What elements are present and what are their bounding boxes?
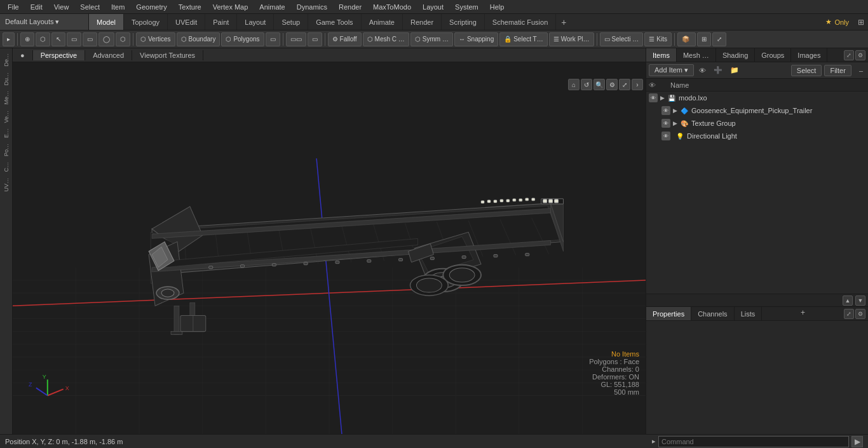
list-item-texture-group[interactable]: 👁 ▶ 🎨 Texture Group [659, 117, 868, 130]
visibility-toggle-modo[interactable]: 👁 [649, 93, 658, 102]
items-tab-mesh[interactable]: Mesh … [677, 48, 716, 62]
items-panel-settings-btn[interactable]: ⚙ [855, 50, 865, 60]
tool-rect2[interactable]: ▭ [83, 32, 97, 46]
menu-animate[interactable]: Animate [254, 2, 290, 12]
list-item-modo-lxo[interactable]: 👁 ▶ 💾 modo.lxo [646, 92, 868, 104]
visibility-toggle-light[interactable]: 👁 [661, 132, 670, 140]
vp-tab-dot[interactable]: ● [13, 50, 33, 60]
items-tab-items[interactable]: Items [646, 48, 677, 62]
menu-help[interactable]: Help [485, 2, 510, 12]
sidebar-item-po[interactable]: Po… [2, 141, 11, 159]
tool-cursor[interactable]: ↖ [51, 32, 65, 46]
list-item-directional[interactable]: 👁 💡 Directional Light [659, 130, 868, 142]
sidebar-item-uv[interactable]: UV… [2, 175, 11, 194]
sidebar-item-ve[interactable]: Ve… [2, 108, 11, 126]
list-item-gooseneck[interactable]: 👁 ▶ 🔷 Gooseneck_Equipment_Pickup_Trailer [659, 104, 868, 117]
items-scroll-down[interactable]: ▼ [855, 295, 865, 306]
layout-dropdown[interactable]: Default Layouts ▾ [0, 14, 89, 30]
sidebar-item-me[interactable]: Me… [2, 88, 11, 107]
viewport-canvas[interactable]: X Y Z ⌂ ↺ 🔍 ⚙ ⤢ › No Items Polygons : Fa [13, 62, 646, 434]
tool-rect1[interactable]: ▭ [67, 32, 81, 46]
items-add-icon[interactable]: ➕ [711, 65, 725, 76]
viewport-chevron-button[interactable]: › [632, 79, 643, 90]
props-tab-channels[interactable]: Channels [691, 307, 734, 320]
viewport-zoom-button[interactable]: 🔍 [593, 79, 605, 90]
menu-edit[interactable]: Edit [25, 2, 48, 12]
expand-arrow-gooseneck[interactable]: ▶ [673, 107, 677, 114]
add-layout-button[interactable]: + [556, 16, 571, 29]
command-arrow-button[interactable]: ▸ [652, 437, 656, 445]
sidebar-item-e[interactable]: E… [2, 126, 11, 140]
menu-layout[interactable]: Layout [417, 2, 449, 12]
tool-vertices[interactable]: ⬡ Vertices [136, 32, 175, 46]
menu-render[interactable]: Render [334, 2, 367, 12]
tool-hex2[interactable]: ⬡ [116, 32, 130, 46]
tool-circle[interactable]: ◯ [98, 32, 114, 46]
items-panel-expand-btn[interactable]: ⤢ [844, 50, 854, 60]
viewport-home-button[interactable]: ⌂ [568, 79, 580, 90]
tool-selecti[interactable]: ☰ Kits [644, 32, 672, 46]
viewport-settings-button[interactable]: ⚙ [606, 79, 618, 90]
command-submit-button[interactable]: ▶ [851, 436, 863, 447]
items-scroll-up[interactable]: ▲ [843, 295, 853, 306]
tool-symm[interactable]: ↔ Snapping [454, 32, 498, 46]
items-folder-icon[interactable]: 📁 [728, 65, 742, 76]
add-properties-tab-button[interactable]: + [796, 307, 810, 320]
expand-arrow-texture[interactable]: ▶ [673, 120, 677, 126]
menu-item[interactable]: Item [106, 2, 130, 12]
tab-model[interactable]: Model [89, 14, 124, 30]
tool-action[interactable]: ⚙ Falloff [328, 32, 362, 46]
vp-tab-viewport-textures[interactable]: Viewport Textures [132, 50, 203, 60]
expand-arrow-modo[interactable]: ▶ [660, 95, 665, 101]
tool-rect-pair[interactable]: ▭▭ [286, 32, 306, 46]
menu-dynamics[interactable]: Dynamics [292, 2, 332, 12]
viewport-rotate-button[interactable]: ↺ [581, 79, 592, 90]
sidebar-item-c[interactable]: C… [2, 160, 11, 175]
tab-topology[interactable]: Topology [124, 14, 168, 30]
items-filter-button[interactable]: Filter [824, 65, 851, 76]
tab-layout[interactable]: Layout [237, 14, 274, 30]
add-item-button[interactable]: Add Item ▾ [649, 64, 694, 76]
tool-polygons[interactable]: ⬡ Polygons [221, 32, 264, 46]
sidebar-item-du[interactable]: Du… [2, 70, 11, 88]
fullscreen-button[interactable]: ⊞ [854, 17, 868, 28]
star-only-filter[interactable]: ★ Only [820, 18, 854, 26]
items-tab-shading[interactable]: Shading [716, 48, 755, 62]
tab-animate[interactable]: Animate [362, 14, 403, 30]
tool-boundary[interactable]: ⬡ Boundary [177, 32, 220, 46]
menu-select[interactable]: Select [75, 2, 105, 12]
tool-work-plane[interactable]: ▭ Selecti … [600, 32, 644, 46]
items-tab-groups[interactable]: Groups [755, 48, 791, 62]
tool-t5[interactable]: ▭ [266, 32, 280, 46]
tool-t7[interactable]: ▭ [308, 32, 322, 46]
items-vis-icon[interactable]: 👁 [696, 65, 709, 76]
tool-expand[interactable]: ⤢ [712, 32, 726, 46]
tool-hex[interactable]: ⬡ [36, 32, 50, 46]
items-select-button[interactable]: Select [791, 65, 822, 76]
props-tab-properties[interactable]: Properties [646, 307, 691, 320]
tool-globe[interactable]: ⊕ [20, 32, 34, 46]
tool-grid[interactable]: ⊞ [697, 32, 711, 46]
command-input[interactable] [658, 436, 849, 447]
tool-snapping[interactable]: 🔒 Select T… [499, 32, 548, 46]
visibility-toggle-gooseneck[interactable]: 👁 [661, 106, 670, 115]
tab-scripting[interactable]: Scripting [442, 14, 485, 30]
menu-maxtomodo[interactable]: MaxToModo [368, 2, 416, 12]
viewport-expand-button[interactable]: ⤢ [619, 79, 630, 90]
items-tab-images[interactable]: Images [791, 48, 827, 62]
items-minus-btn[interactable]: – [857, 65, 865, 76]
tool-falloff[interactable]: ⬡ Mesh C … [363, 32, 409, 46]
tab-uvedit[interactable]: UVEdit [168, 14, 205, 30]
tab-setup[interactable]: Setup [274, 14, 308, 30]
menu-geometry[interactable]: Geometry [131, 2, 172, 12]
tab-schematic-fusion[interactable]: Schematic Fusion [485, 14, 556, 30]
menu-texture[interactable]: Texture [173, 2, 207, 12]
tab-game-tools[interactable]: Game Tools [308, 14, 362, 30]
props-tab-lists[interactable]: Lists [735, 307, 763, 320]
props-expand-btn[interactable]: ⤢ [844, 309, 854, 319]
visibility-toggle-texture[interactable]: 👁 [661, 119, 670, 128]
tool-select-t[interactable]: ☰ Work Pl… [549, 32, 594, 46]
sidebar-item-de[interactable]: De… [2, 51, 11, 69]
tool-select-mode[interactable]: ▸ [3, 32, 15, 46]
menu-system[interactable]: System [450, 2, 484, 12]
